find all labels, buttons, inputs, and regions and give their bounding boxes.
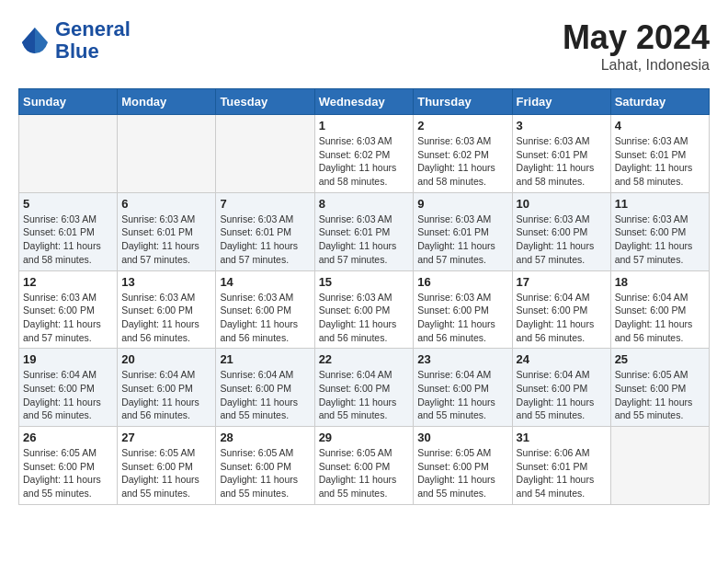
day-info: Sunrise: 6:03 AMSunset: 6:00 PMDaylight:… xyxy=(319,291,410,345)
calendar-cell xyxy=(610,427,709,505)
location: Lahat, Indonesia xyxy=(563,57,710,74)
logo-icon xyxy=(18,24,51,57)
day-number: 29 xyxy=(319,431,410,444)
day-number: 15 xyxy=(319,275,410,289)
calendar-cell: 15Sunrise: 6:03 AMSunset: 6:00 PMDayligh… xyxy=(314,270,414,349)
day-number: 5 xyxy=(23,197,113,211)
day-info: Sunrise: 6:03 AMSunset: 6:01 PMDaylight:… xyxy=(121,213,211,267)
calendar-cell: 6Sunrise: 6:03 AMSunset: 6:01 PMDaylight… xyxy=(118,192,216,270)
page-header: General Blue May 2024 Lahat, Indonesia xyxy=(18,18,710,74)
day-info: Sunrise: 6:04 AMSunset: 6:00 PMDaylight:… xyxy=(319,368,410,422)
calendar-cell: 19Sunrise: 6:04 AMSunset: 6:00 PMDayligh… xyxy=(19,349,118,427)
day-number: 6 xyxy=(121,197,211,211)
day-number: 27 xyxy=(121,431,211,444)
day-info: Sunrise: 6:03 AMSunset: 6:00 PMDaylight:… xyxy=(121,291,211,345)
day-info: Sunrise: 6:03 AMSunset: 6:01 PMDaylight:… xyxy=(319,213,410,267)
calendar-cell: 16Sunrise: 6:03 AMSunset: 6:00 PMDayligh… xyxy=(414,270,512,349)
day-info: Sunrise: 6:03 AMSunset: 6:01 PMDaylight:… xyxy=(615,134,705,189)
day-number: 20 xyxy=(121,352,211,366)
calendar-cell xyxy=(216,115,314,193)
calendar-week-row: 12Sunrise: 6:03 AMSunset: 6:00 PMDayligh… xyxy=(19,270,710,349)
day-info: Sunrise: 6:03 AMSunset: 6:00 PMDaylight:… xyxy=(417,291,507,345)
day-number: 8 xyxy=(319,197,410,211)
day-info: Sunrise: 6:03 AMSunset: 6:01 PMDaylight:… xyxy=(417,213,507,267)
day-number: 28 xyxy=(220,431,310,444)
calendar-week-row: 5Sunrise: 6:03 AMSunset: 6:01 PMDaylight… xyxy=(19,192,710,270)
day-number: 9 xyxy=(417,197,507,211)
title-block: May 2024 Lahat, Indonesia xyxy=(563,18,710,74)
day-number: 10 xyxy=(517,197,607,211)
logo: General Blue xyxy=(18,18,131,63)
calendar-week-row: 19Sunrise: 6:04 AMSunset: 6:00 PMDayligh… xyxy=(19,349,710,427)
calendar-cell: 28Sunrise: 6:05 AMSunset: 6:00 PMDayligh… xyxy=(216,427,314,505)
calendar-cell: 25Sunrise: 6:05 AMSunset: 6:00 PMDayligh… xyxy=(610,349,709,427)
calendar-cell: 23Sunrise: 6:04 AMSunset: 6:00 PMDayligh… xyxy=(414,349,512,427)
day-info: Sunrise: 6:05 AMSunset: 6:00 PMDaylight:… xyxy=(417,446,507,500)
day-number: 1 xyxy=(319,119,410,132)
calendar-cell: 1Sunrise: 6:03 AMSunset: 6:02 PMDaylight… xyxy=(314,115,414,193)
calendar-cell xyxy=(19,115,118,193)
day-number: 31 xyxy=(517,431,607,444)
calendar-cell: 22Sunrise: 6:04 AMSunset: 6:00 PMDayligh… xyxy=(314,349,414,427)
col-header-tuesday: Tuesday xyxy=(216,89,314,115)
day-info: Sunrise: 6:04 AMSunset: 6:00 PMDaylight:… xyxy=(615,291,705,345)
col-header-monday: Monday xyxy=(118,89,216,115)
day-number: 2 xyxy=(417,119,507,132)
day-number: 19 xyxy=(23,352,113,366)
month-year: May 2024 xyxy=(563,18,710,57)
calendar-cell: 11Sunrise: 6:03 AMSunset: 6:00 PMDayligh… xyxy=(610,192,709,270)
day-number: 12 xyxy=(23,275,113,289)
day-info: Sunrise: 6:03 AMSunset: 6:00 PMDaylight:… xyxy=(23,291,113,345)
logo-line2: Blue xyxy=(55,40,131,63)
day-number: 22 xyxy=(319,352,410,366)
calendar-cell: 9Sunrise: 6:03 AMSunset: 6:01 PMDaylight… xyxy=(414,192,512,270)
day-number: 18 xyxy=(615,275,705,289)
day-number: 16 xyxy=(417,275,507,289)
calendar-cell: 14Sunrise: 6:03 AMSunset: 6:00 PMDayligh… xyxy=(216,270,314,349)
day-info: Sunrise: 6:03 AMSunset: 6:02 PMDaylight:… xyxy=(417,134,507,189)
day-number: 13 xyxy=(121,275,211,289)
calendar-cell: 3Sunrise: 6:03 AMSunset: 6:01 PMDaylight… xyxy=(512,115,610,193)
day-number: 3 xyxy=(517,119,607,132)
day-info: Sunrise: 6:04 AMSunset: 6:00 PMDaylight:… xyxy=(220,368,310,422)
calendar-table: SundayMondayTuesdayWednesdayThursdayFrid… xyxy=(18,88,710,505)
day-number: 11 xyxy=(615,197,705,211)
calendar-cell: 10Sunrise: 6:03 AMSunset: 6:00 PMDayligh… xyxy=(512,192,610,270)
calendar-cell: 24Sunrise: 6:04 AMSunset: 6:00 PMDayligh… xyxy=(512,349,610,427)
calendar-cell: 2Sunrise: 6:03 AMSunset: 6:02 PMDaylight… xyxy=(414,115,512,193)
calendar-cell: 5Sunrise: 6:03 AMSunset: 6:01 PMDaylight… xyxy=(19,192,118,270)
day-info: Sunrise: 6:05 AMSunset: 6:00 PMDaylight:… xyxy=(23,446,113,500)
day-number: 7 xyxy=(220,197,310,211)
col-header-saturday: Saturday xyxy=(610,89,709,115)
col-header-sunday: Sunday xyxy=(19,89,118,115)
day-number: 17 xyxy=(517,275,607,289)
day-info: Sunrise: 6:03 AMSunset: 6:00 PMDaylight:… xyxy=(615,213,705,267)
logo-line1: General xyxy=(55,18,131,40)
calendar-cell: 20Sunrise: 6:04 AMSunset: 6:00 PMDayligh… xyxy=(118,349,216,427)
day-info: Sunrise: 6:03 AMSunset: 6:01 PMDaylight:… xyxy=(220,213,310,267)
day-info: Sunrise: 6:04 AMSunset: 6:00 PMDaylight:… xyxy=(23,368,113,422)
calendar-cell: 29Sunrise: 6:05 AMSunset: 6:00 PMDayligh… xyxy=(314,427,414,505)
calendar-cell: 27Sunrise: 6:05 AMSunset: 6:00 PMDayligh… xyxy=(118,427,216,505)
day-number: 14 xyxy=(220,275,310,289)
day-info: Sunrise: 6:05 AMSunset: 6:00 PMDaylight:… xyxy=(121,446,211,500)
calendar-week-row: 26Sunrise: 6:05 AMSunset: 6:00 PMDayligh… xyxy=(19,427,710,505)
day-info: Sunrise: 6:04 AMSunset: 6:00 PMDaylight:… xyxy=(121,368,211,422)
day-info: Sunrise: 6:03 AMSunset: 6:01 PMDaylight:… xyxy=(517,134,607,189)
day-number: 23 xyxy=(417,352,507,366)
day-number: 4 xyxy=(615,119,705,132)
calendar-header-row: SundayMondayTuesdayWednesdayThursdayFrid… xyxy=(19,89,710,115)
day-info: Sunrise: 6:04 AMSunset: 6:00 PMDaylight:… xyxy=(417,368,507,422)
calendar-cell: 8Sunrise: 6:03 AMSunset: 6:01 PMDaylight… xyxy=(314,192,414,270)
day-info: Sunrise: 6:03 AMSunset: 6:01 PMDaylight:… xyxy=(23,213,113,267)
day-info: Sunrise: 6:03 AMSunset: 6:00 PMDaylight:… xyxy=(517,213,607,267)
col-header-friday: Friday xyxy=(512,89,610,115)
calendar-cell: 12Sunrise: 6:03 AMSunset: 6:00 PMDayligh… xyxy=(19,270,118,349)
calendar-cell: 31Sunrise: 6:06 AMSunset: 6:01 PMDayligh… xyxy=(512,427,610,505)
day-info: Sunrise: 6:06 AMSunset: 6:01 PMDaylight:… xyxy=(517,446,607,500)
calendar-cell: 13Sunrise: 6:03 AMSunset: 6:00 PMDayligh… xyxy=(118,270,216,349)
day-number: 25 xyxy=(615,352,705,366)
col-header-wednesday: Wednesday xyxy=(314,89,414,115)
calendar-week-row: 1Sunrise: 6:03 AMSunset: 6:02 PMDaylight… xyxy=(19,115,710,193)
day-info: Sunrise: 6:05 AMSunset: 6:00 PMDaylight:… xyxy=(319,446,410,500)
